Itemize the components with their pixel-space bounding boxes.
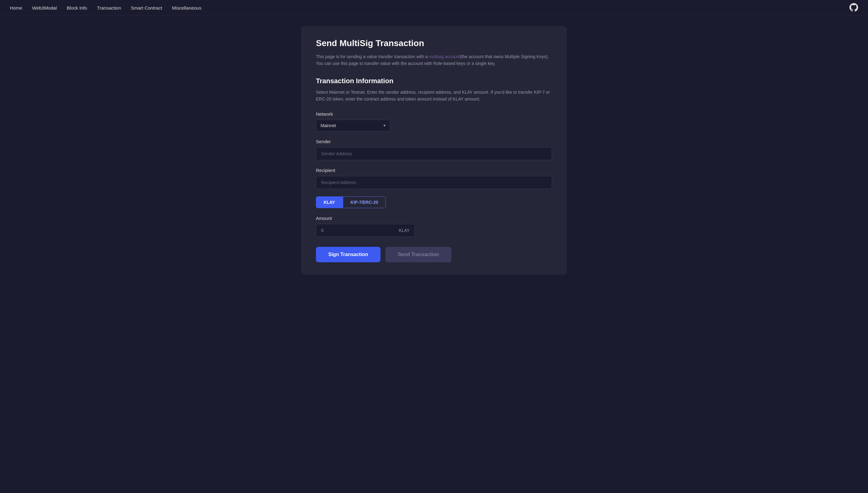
recipient-label: Recipient: [316, 168, 552, 173]
nav-miscellaneous[interactable]: Miscellaneous: [172, 5, 201, 10]
token-type-selector: KLAY KIP-7/ERC-20: [316, 196, 552, 208]
amount-label: Amount: [316, 216, 552, 221]
recipient-field-group: Recipient: [316, 168, 552, 189]
amount-input-wrapper: [316, 224, 394, 237]
nav-smart-contract[interactable]: Smart Contract: [131, 5, 162, 10]
amount-input[interactable]: [316, 224, 394, 237]
actions-row: Sign Transaction Send Transaction: [316, 247, 552, 262]
card: Send MultiSig Transaction This page is f…: [301, 26, 567, 275]
section-title: Transaction Information: [316, 77, 552, 85]
amount-field-group: Amount KLAY: [316, 216, 552, 237]
network-label: Network: [316, 111, 552, 116]
sign-transaction-button[interactable]: Sign Transaction: [316, 247, 380, 262]
page-title: Send MultiSig Transaction: [316, 38, 552, 48]
nav-links: Home Web3Modal Block Info Transaction Sm…: [10, 5, 201, 10]
sender-input[interactable]: [316, 147, 552, 160]
page-description: This page is for sending a value transfe…: [316, 53, 552, 67]
navbar: Home Web3Modal Block Info Transaction Sm…: [0, 0, 868, 16]
amount-unit-label: KLAY: [394, 224, 415, 237]
network-select-wrapper: Mainnet Testnet ▼: [316, 120, 390, 131]
sender-label: Sender: [316, 139, 552, 144]
network-field-group: Network Mainnet Testnet ▼: [316, 111, 552, 131]
nav-home[interactable]: Home: [10, 5, 22, 10]
multisig-link[interactable]: multisig account: [429, 54, 460, 59]
amount-row: KLAY: [316, 224, 415, 237]
section-description: Select Mainnet or Testnet. Enter the sen…: [316, 89, 552, 103]
klay-token-button[interactable]: KLAY: [316, 196, 343, 208]
main-content: Send MultiSig Transaction This page is f…: [0, 16, 868, 284]
sender-field-group: Sender: [316, 139, 552, 160]
github-icon: [849, 3, 858, 12]
send-transaction-button[interactable]: Send Transaction: [385, 247, 451, 262]
nav-block-info[interactable]: Block Info: [67, 5, 87, 10]
description-before-link: This page is for sending a value transfe…: [316, 54, 429, 59]
kip-token-button[interactable]: KIP-7/ERC-20: [343, 196, 386, 208]
nav-transaction[interactable]: Transaction: [97, 5, 121, 10]
github-link[interactable]: [849, 3, 858, 13]
nav-web3modal[interactable]: Web3Modal: [32, 5, 57, 10]
network-select[interactable]: Mainnet Testnet: [316, 120, 390, 131]
recipient-input[interactable]: [316, 176, 552, 189]
